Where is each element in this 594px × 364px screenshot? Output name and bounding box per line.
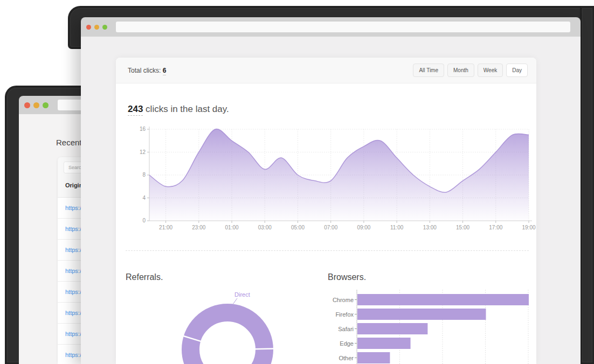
svg-text:21:00: 21:00 — [159, 225, 172, 230]
analytics-card: Total clicks: 6 All TimeMonthWeekDay 243… — [116, 58, 536, 364]
total-clicks: Total clicks: 6 — [128, 67, 166, 74]
svg-text:07:00: 07:00 — [324, 225, 337, 230]
clicks-area-chart: 048121621:0023:0001:0003:0005:0007:0009:… — [116, 118, 536, 237]
minimize-window-icon[interactable] — [94, 25, 99, 30]
headline: 243 clicks in the last day. — [128, 104, 229, 115]
recent-links-title: Recent — [56, 138, 82, 147]
svg-text:4: 4 — [142, 195, 146, 201]
referrals-donut-chart: Direct — [171, 288, 289, 364]
referrals-title: Referrals. — [126, 272, 163, 282]
url-link[interactable]: https:// — [58, 331, 83, 337]
total-clicks-label: Total clicks: — [128, 67, 163, 74]
url-link[interactable]: https:// — [58, 205, 83, 211]
total-clicks-value: 6 — [163, 67, 167, 75]
main-window-frame-right — [581, 6, 594, 364]
headline-count: 243 — [128, 104, 143, 116]
minimize-window-icon[interactable] — [33, 102, 39, 108]
back-window-controls — [24, 102, 49, 108]
svg-text:Firefox: Firefox — [335, 311, 354, 318]
svg-text:8: 8 — [142, 172, 146, 178]
svg-text:09:00: 09:00 — [357, 225, 370, 230]
filter-button-day[interactable]: Day — [506, 64, 528, 77]
maximize-window-icon[interactable] — [102, 25, 107, 30]
dashboard-page: Total clicks: 6 All TimeMonthWeekDay 243… — [81, 37, 581, 364]
svg-text:17:00: 17:00 — [489, 225, 502, 230]
url-link[interactable]: https:// — [58, 352, 83, 358]
browsers-bar-chart: ChromeFirefoxSafariEdgeOther — [321, 286, 536, 364]
svg-text:12: 12 — [140, 149, 146, 155]
svg-text:03:00: 03:00 — [258, 225, 272, 230]
url-link[interactable]: https:// — [58, 247, 83, 253]
main-window-toolbar — [81, 17, 581, 37]
main-window-controls — [86, 25, 107, 30]
svg-text:Chrome: Chrome — [333, 297, 354, 303]
svg-text:Other: Other — [339, 355, 354, 361]
browsers-title: Browsers. — [328, 272, 366, 282]
url-link[interactable]: https:// — [58, 289, 83, 295]
card-header: Total clicks: 6 All TimeMonthWeekDay — [116, 58, 536, 83]
url-link[interactable]: https:// — [58, 268, 83, 274]
time-filter-group: All TimeMonthWeekDay — [413, 64, 528, 77]
svg-text:05:00: 05:00 — [291, 225, 305, 230]
close-window-icon[interactable] — [86, 25, 91, 30]
svg-text:15:00: 15:00 — [456, 225, 469, 230]
svg-text:16: 16 — [140, 126, 146, 132]
svg-text:11:00: 11:00 — [390, 225, 404, 230]
url-link[interactable]: https:// — [58, 310, 83, 316]
maximize-window-icon[interactable] — [43, 102, 49, 108]
svg-text:Edge: Edge — [340, 340, 354, 347]
svg-text:Direct: Direct — [234, 291, 250, 298]
url-link[interactable]: https:// — [58, 226, 83, 232]
svg-text:Safari: Safari — [338, 326, 354, 332]
section-divider — [126, 250, 529, 251]
svg-text:23:00: 23:00 — [192, 225, 205, 230]
svg-text:01:00: 01:00 — [225, 225, 239, 230]
filter-button-month[interactable]: Month — [447, 64, 474, 77]
filter-button-all-time[interactable]: All Time — [413, 64, 444, 77]
headline-text: clicks in the last day. — [143, 104, 229, 114]
address-bar[interactable] — [116, 22, 570, 32]
close-window-icon[interactable] — [24, 102, 30, 108]
main-window: Total clicks: 6 All TimeMonthWeekDay 243… — [81, 17, 581, 364]
svg-text:0: 0 — [142, 218, 146, 223]
svg-text:19:00: 19:00 — [522, 225, 535, 230]
filter-button-week[interactable]: Week — [478, 64, 503, 77]
svg-text:13:00: 13:00 — [423, 225, 437, 230]
